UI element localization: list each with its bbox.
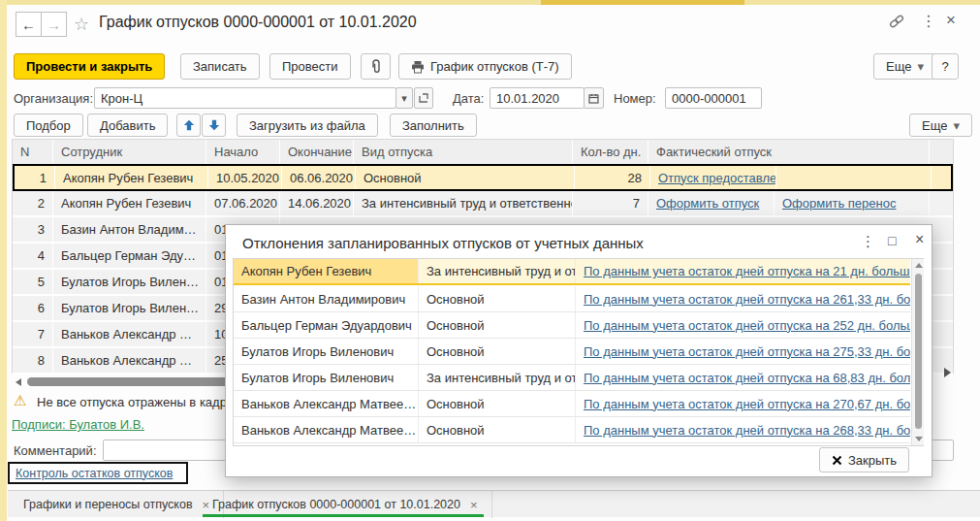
date-label: Дата: (453, 91, 484, 106)
dialog-maximize-icon[interactable]: □ (888, 233, 896, 248)
number-label: Номер: (614, 91, 656, 106)
tab-current-schedule[interactable]: График отпусков 0000-000001 от 10.01.202… (199, 491, 492, 518)
favorite-star-icon[interactable]: ☆ (74, 14, 89, 35)
vacation-balance-control[interactable]: Контроль остатков отпусков (8, 462, 188, 484)
open-windows-tabbar: Графики и переносы отпусков × График отп… (8, 490, 980, 517)
deviations-dialog: Отклонения запланированных отпусков от у… (225, 224, 933, 477)
forward-button[interactable]: → (41, 12, 67, 37)
dialog-row[interactable]: Бальцер Герман Эдуардович Основной По да… (234, 312, 910, 339)
table-header: N Сотрудник Начало Окончание Вид отпуска… (13, 140, 953, 164)
organization-dropdown-button[interactable]: ▾ (395, 87, 413, 109)
load-from-file-button[interactable]: Загрузить из файла (237, 114, 378, 137)
move-up-button[interactable] (176, 114, 201, 137)
column-header-type: Вид отпуска (354, 140, 573, 164)
deviation-detail-link[interactable]: По данным учета остаток дней отпуска на … (584, 292, 910, 307)
column-header-n: N (13, 140, 53, 164)
window-left-border (0, 0, 7, 521)
date-input[interactable] (490, 87, 585, 109)
back-button[interactable]: ← (16, 12, 42, 37)
write-button[interactable]: Записать (180, 53, 260, 80)
open-icon (419, 93, 428, 103)
page-title: График отпусков 0000-000001 от 10.01.202… (99, 14, 417, 31)
deviation-detail-link[interactable]: По данным учета остаток дней отпуска на … (584, 344, 910, 359)
fact-vacation-link[interactable]: Отпуск предоставле… (658, 171, 776, 185)
chevron-down-icon: ▾ (917, 59, 924, 74)
deviation-detail-link[interactable]: По данным учета остаток дней отпуска на … (584, 318, 910, 333)
dialog-scroll-thumb[interactable] (915, 274, 922, 429)
post-button[interactable]: Провести (269, 53, 351, 80)
arrow-up-icon (183, 119, 195, 131)
column-header-employee: Сотрудник (53, 140, 206, 164)
dialog-row[interactable]: Базин Антон Владимирович Основной По дан… (234, 286, 910, 312)
table-row[interactable]: 2 Акопян Рубен Гезевич 07.06.2020 14.06.… (13, 191, 953, 217)
chevron-down-icon: ▾ (401, 92, 407, 105)
dialog-title: Отклонения запланированных отпусков от у… (242, 235, 644, 251)
deviation-detail-link[interactable]: По данным учета остаток дней отпуска на … (584, 371, 910, 385)
close-x-icon (832, 455, 842, 466)
dialog-scrollbar[interactable] (911, 259, 924, 445)
column-header-fact: Фактический отпуск (648, 140, 930, 164)
chevron-down-icon: ▾ (953, 118, 960, 133)
toolbar-more-button[interactable]: Еще▾ (873, 53, 936, 80)
column-header-days: Кол-во дн. (573, 140, 648, 164)
dialog-close-icon[interactable]: × (915, 231, 924, 248)
date-calendar-button[interactable] (584, 87, 604, 109)
warning-text: Не все отпуска отражены в кадро (37, 395, 234, 409)
tab-close-icon[interactable]: × (470, 498, 478, 512)
get-link-icon[interactable] (888, 14, 905, 29)
scroll-down-arrow[interactable] (915, 437, 923, 441)
window-close-icon[interactable]: × (946, 11, 956, 30)
number-input[interactable] (665, 87, 762, 109)
dialog-row[interactable]: Ваньков Александр Матвее… Основной По да… (234, 391, 910, 417)
add-button[interactable]: Добавить (87, 114, 168, 137)
dialog-row[interactable]: Булатов Игорь Виленович Основной По данн… (234, 339, 910, 365)
move-down-button[interactable] (202, 114, 226, 137)
dialog-close-button[interactable]: Закрыть (819, 447, 909, 472)
window-top-border-accent (541, 0, 744, 5)
column-header-end: Окончание (280, 140, 354, 164)
hscroll-left-arrow[interactable] (16, 378, 21, 386)
organization-label: Организация: (14, 91, 93, 106)
dialog-row-selected[interactable]: Акопян Рубен Гезевич За интенсивный труд… (234, 259, 910, 285)
signatures-link[interactable]: Подписи: Булатов И.В. (12, 417, 144, 432)
forward-icon: → (47, 16, 61, 33)
dialog-more-icon[interactable]: ⋮ (861, 233, 875, 250)
help-button[interactable]: ? (932, 53, 959, 80)
organization-open-button[interactable] (414, 87, 433, 109)
column-header-start: Начало (206, 140, 280, 164)
dialog-row[interactable]: Булатов Игорь Виленович За интенсивный т… (234, 365, 910, 391)
calendar-icon (588, 93, 599, 104)
active-tab-indicator (203, 514, 484, 517)
deviations-table: Акопян Рубен Гезевич За интенсивный труд… (233, 258, 924, 446)
more-menu-icon[interactable]: ⋮ (921, 12, 936, 30)
deviation-detail-link[interactable]: По данным учета остаток дней отпуска на … (584, 423, 910, 438)
app-window: ← → ☆ График отпусков 0000-000001 от 10.… (0, 0, 980, 521)
printer-icon (411, 60, 425, 74)
post-and-close-button[interactable]: Провести и закрыть (14, 53, 165, 80)
paperclip-icon (369, 59, 383, 74)
arrow-down-icon (208, 119, 220, 131)
attachments-button[interactable] (361, 53, 391, 80)
deviation-detail-link[interactable]: По данным учета остаток дней отпуска на … (584, 264, 910, 278)
pick-button[interactable]: Подбор (14, 114, 83, 137)
print-schedule-button[interactable]: График отпусков (Т-7) (398, 53, 572, 80)
table-more-button[interactable]: Еще▾ (909, 114, 972, 137)
tab-schedules-list[interactable]: Графики и переносы отпусков × (10, 491, 224, 518)
table-row-selected[interactable]: 1 Акопян Рубен Гезевич 10.05.2020 06.06.… (13, 164, 953, 191)
dialog-row[interactable]: Ваньков Александр Матвее… Основной По да… (234, 417, 910, 443)
comment-label: Комментарий: (14, 443, 97, 458)
window-top-border (0, 0, 980, 5)
deviation-detail-link[interactable]: По данным учета остаток дней отпуска на … (584, 397, 910, 411)
make-vacation-link[interactable]: Оформить отпуск (656, 196, 759, 211)
hscroll-right-arrow[interactable] (944, 368, 951, 377)
back-icon: ← (21, 16, 36, 33)
make-transfer-link[interactable]: Оформить перенос (782, 196, 896, 211)
fill-button[interactable]: Заполнить (390, 114, 477, 137)
vacation-balance-control-link[interactable]: Контроль остатков отпусков (16, 467, 173, 480)
organization-input[interactable] (94, 87, 396, 109)
warning-icon: ⚠ (14, 392, 26, 409)
scroll-up-arrow[interactable] (915, 263, 923, 268)
